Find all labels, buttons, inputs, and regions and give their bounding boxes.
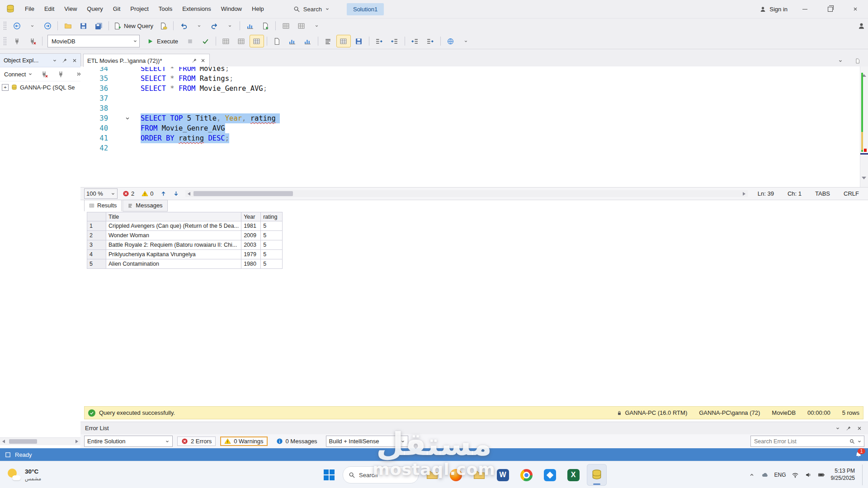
start-button[interactable]	[319, 464, 339, 486]
scope-dropdown[interactable]: Entire Solution	[84, 436, 173, 447]
code-line[interactable]: 39SELECT TOP 5 Title, Year, rating	[80, 113, 860, 123]
connect-button[interactable]: Connect	[2, 70, 35, 79]
results-to-file-icon[interactable]	[352, 35, 366, 47]
results-cell[interactable]: 5	[261, 250, 283, 259]
database-dropdown[interactable]: MovieDB	[47, 35, 140, 47]
code-line[interactable]: 41ORDER BY rating DESC;	[80, 133, 860, 143]
new-query-icon[interactable]: New Query	[112, 19, 155, 32]
code-line[interactable]: 34SELECT * FROM Movies;	[80, 66, 860, 74]
taskbar-file-explorer-icon[interactable]	[422, 464, 442, 486]
tab-messages[interactable]: Messages	[123, 200, 167, 211]
results-column-header[interactable]	[87, 212, 106, 221]
results-cell[interactable]: 5	[261, 231, 283, 240]
results-to-text-icon[interactable]	[321, 35, 335, 47]
results-column-header[interactable]: Year	[241, 212, 261, 221]
increase-indent-icon[interactable]	[423, 35, 438, 47]
sign-in-button[interactable]: Sign in	[760, 6, 788, 13]
disconnect-icon[interactable]	[25, 35, 39, 47]
solution-tab[interactable]: Solution1	[347, 3, 384, 15]
include-actual-plan-icon[interactable]	[285, 35, 300, 47]
volume-icon[interactable]	[805, 471, 812, 479]
titlebar-search[interactable]: Search	[288, 4, 335, 15]
float-window-icon[interactable]	[850, 55, 865, 67]
pin-icon[interactable]	[844, 424, 853, 432]
taskbar-excel-icon[interactable]: X	[563, 464, 583, 486]
close-icon[interactable]	[855, 424, 863, 432]
comment-icon[interactable]	[372, 35, 387, 47]
row-header[interactable]: 4	[87, 250, 106, 259]
error-list-search-input[interactable]	[753, 438, 847, 445]
code-line[interactable]: 38	[80, 103, 860, 113]
taskbar-firefox-icon[interactable]	[446, 464, 466, 486]
menu-git[interactable]: Git	[108, 0, 126, 18]
menu-project[interactable]: Project	[125, 0, 153, 18]
results-cell[interactable]: Priklyucheniya Kapitana Vrungelya	[106, 250, 241, 259]
document-tab[interactable]: ETL Movies P...\ganna (72))*	[83, 54, 210, 67]
window-position-icon[interactable]	[834, 424, 842, 432]
expand-icon[interactable]	[2, 84, 9, 91]
taskbar-search[interactable]: Search	[343, 466, 419, 483]
code-line[interactable]: 42	[80, 143, 860, 153]
scroll-right-icon[interactable]	[73, 438, 80, 445]
prev-issue-icon[interactable]	[158, 189, 168, 199]
taskbar-photos-icon[interactable]	[540, 464, 560, 486]
snippets-icon[interactable]	[270, 35, 284, 47]
editor-vscrollbar[interactable]	[860, 66, 868, 187]
scroll-right-icon[interactable]	[741, 190, 748, 197]
results-cell[interactable]: Alien Contamination	[106, 259, 241, 269]
toolbar-grip[interactable]	[3, 21, 7, 30]
show-desktop-button[interactable]	[862, 465, 864, 485]
menu-help[interactable]: Help	[247, 0, 269, 18]
nav-back-dropdown-icon[interactable]	[25, 19, 39, 32]
activity-monitor-icon[interactable]	[243, 19, 257, 32]
results-cell[interactable]: 1980	[241, 259, 261, 269]
decrease-indent-icon[interactable]	[408, 35, 422, 47]
error-list-search[interactable]	[750, 436, 864, 447]
language-indicator[interactable]: ENG	[774, 472, 786, 478]
taskbar-chrome-icon[interactable]	[516, 464, 536, 486]
next-issue-icon[interactable]	[171, 189, 181, 199]
battery-icon[interactable]	[818, 471, 826, 479]
close-button[interactable]	[843, 0, 868, 18]
warning-count-badge[interactable]: 0	[139, 190, 156, 197]
code-line[interactable]: 35SELECT * FROM Ratings;	[80, 74, 860, 84]
results-cell[interactable]: 1981	[241, 221, 261, 231]
results-cell[interactable]: 2003	[241, 240, 261, 250]
save-icon[interactable]	[76, 19, 90, 32]
object-explorer-hscrollbar[interactable]	[0, 437, 80, 445]
tab-results[interactable]: Results	[84, 200, 122, 211]
window-position-icon[interactable]	[51, 56, 59, 65]
toolbar-options-icon[interactable]	[459, 35, 473, 47]
clock[interactable]: 5:13 PM 9/25/2025	[831, 468, 855, 482]
row-header[interactable]: 3	[87, 240, 106, 250]
code-line[interactable]: 40FROM Movie_Genre_AVG	[80, 123, 860, 133]
include-client-statistics-icon[interactable]	[301, 35, 315, 47]
redo-dropdown-icon[interactable]	[222, 19, 237, 32]
results-column-header[interactable]: Title	[106, 212, 241, 221]
query-options-icon[interactable]	[443, 35, 458, 47]
row-header[interactable]: 1	[87, 221, 106, 231]
zoom-dropdown[interactable]: 100 %	[84, 188, 118, 199]
taskbar-folder-icon[interactable]	[469, 464, 489, 486]
build-filter-dropdown[interactable]: Build + IntelliSense	[326, 436, 408, 447]
uncomment-icon[interactable]	[387, 35, 402, 47]
weather-widget[interactable]: 30°C مشمس	[0, 468, 48, 482]
close-icon[interactable]	[71, 56, 79, 65]
row-header[interactable]: 5	[87, 259, 106, 269]
row-header[interactable]: 2	[87, 231, 106, 240]
specify-values-icon[interactable]	[219, 35, 233, 47]
table-designer-icon[interactable]	[278, 19, 293, 32]
scrollbar-thumb[interactable]	[9, 439, 37, 444]
close-icon[interactable]	[200, 58, 206, 63]
results-cell[interactable]: Battle Royale 2: Requiem (Batoru rowaiar…	[106, 240, 241, 250]
error-count-badge[interactable]: 2	[120, 190, 137, 197]
stop-monitoring-icon[interactable]	[53, 68, 68, 80]
undo-dropdown-icon[interactable]	[192, 19, 206, 32]
parse-icon[interactable]	[198, 35, 213, 47]
nav-back-icon[interactable]	[9, 19, 24, 32]
toolbar-grip[interactable]	[3, 37, 7, 46]
restore-button[interactable]	[817, 0, 843, 18]
error-list-header[interactable]: Error List	[80, 422, 868, 434]
editor-hscrollbar[interactable]	[185, 190, 747, 197]
undo-icon[interactable]	[176, 19, 191, 32]
